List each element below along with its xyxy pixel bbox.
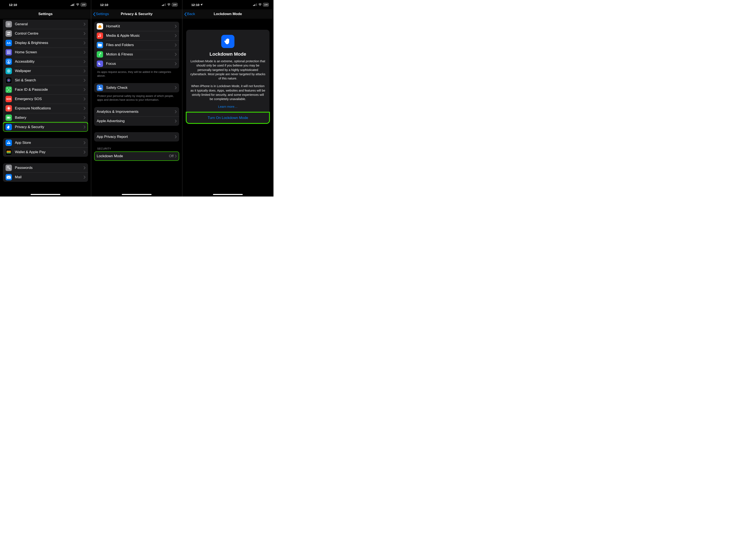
chevron-right-icon <box>175 53 177 56</box>
back-button[interactable]: Back <box>182 12 195 16</box>
row-label: General <box>15 22 84 26</box>
chevron-right-icon <box>175 120 177 123</box>
back-button[interactable]: Settings <box>91 12 109 16</box>
chevron-right-icon <box>84 176 85 179</box>
row-label: Apple Advertising <box>97 119 175 123</box>
row-label: App Privacy Report <box>97 135 175 139</box>
svg-rect-66 <box>256 3 257 6</box>
svg-point-8 <box>9 34 10 35</box>
row-apple-advertising[interactable]: Apple Advertising <box>94 116 179 126</box>
home-indicator[interactable] <box>122 194 152 195</box>
row-label: HomeKit <box>106 24 175 28</box>
row-home-screen[interactable]: Home Screen <box>3 48 88 57</box>
learn-more-link[interactable]: Learn more… <box>218 105 238 108</box>
chevron-right-icon <box>175 155 177 158</box>
row-label: Lockdown Mode <box>97 154 169 158</box>
svg-rect-5 <box>7 32 10 33</box>
chevron-right-icon <box>175 110 177 113</box>
svg-rect-16 <box>8 53 9 54</box>
row-privacy-security[interactable]: Privacy & Security <box>3 122 88 132</box>
chevron-right-icon <box>84 70 85 72</box>
svg-line-42 <box>10 107 10 108</box>
faceid-icon <box>6 87 12 93</box>
svg-point-22 <box>8 72 9 73</box>
chevron-left-icon <box>93 12 95 16</box>
page-title: Lockdown Mode <box>182 12 273 16</box>
row-files-and-folders[interactable]: Files and Folders <box>94 40 179 50</box>
back-label: Back <box>187 12 195 16</box>
svg-point-6 <box>8 33 8 33</box>
row-battery[interactable]: Battery <box>3 113 88 122</box>
nav-header: Back Lockdown Mode <box>182 9 273 19</box>
chevron-right-icon <box>175 25 177 28</box>
chevron-right-icon <box>84 23 85 26</box>
row-siri-search[interactable]: Siri & Search <box>3 76 88 85</box>
svg-rect-10 <box>8 51 9 51</box>
home-icon <box>97 23 103 30</box>
row-mail[interactable]: Mail <box>3 173 88 182</box>
row-app-privacy-report[interactable]: App Privacy Report <box>94 132 179 142</box>
svg-point-32 <box>8 89 8 89</box>
row-analytics-improvements[interactable]: Analytics & Improvements <box>94 107 179 116</box>
row-label: Privacy & Security <box>15 125 84 129</box>
wallet-icon <box>6 149 12 155</box>
svg-point-25 <box>7 70 8 71</box>
status-time: 12:10 <box>9 3 17 7</box>
row-focus[interactable]: Focus <box>94 59 179 68</box>
svg-line-41 <box>7 109 8 110</box>
svg-line-39 <box>7 107 8 108</box>
svg-point-26 <box>9 70 10 71</box>
home-indicator[interactable] <box>213 194 243 195</box>
key-icon <box>6 165 12 171</box>
row-emergency-sos[interactable]: SOSEmergency SOS <box>3 94 88 104</box>
row-general[interactable]: General <box>3 20 88 29</box>
chevron-right-icon <box>175 44 177 47</box>
row-control-centre[interactable]: Control Centre <box>3 29 88 38</box>
row-accessibility[interactable]: Accessibility <box>3 57 88 66</box>
svg-rect-48 <box>7 117 10 118</box>
svg-rect-0 <box>71 5 71 6</box>
row-label: Home Screen <box>15 50 84 54</box>
svg-point-23 <box>7 71 8 71</box>
row-display-brightness[interactable]: AADisplay & Brightness <box>3 38 88 48</box>
chevron-right-icon <box>84 107 85 110</box>
gear-icon <box>6 21 12 27</box>
row-label: Files and Folders <box>106 43 175 47</box>
svg-point-45 <box>7 108 7 109</box>
chevron-right-icon <box>84 51 85 54</box>
settings-content[interactable]: GeneralControl CentreAADisplay & Brightn… <box>0 19 91 197</box>
svg-point-44 <box>9 110 9 110</box>
svg-point-19 <box>8 61 9 62</box>
person-circle-icon <box>6 58 12 65</box>
row-lockdown-mode[interactable]: Lockdown ModeOff <box>94 152 179 161</box>
nav-header: Settings <box>0 9 91 19</box>
status-bar: 12:10 100 <box>182 0 273 9</box>
turn-on-lockdown-button[interactable]: Turn On Lockdown Mode <box>186 112 269 124</box>
lockdown-card: Lockdown Mode Lockdown Mode is an extrem… <box>186 30 269 124</box>
row-media-apple-music[interactable]: Media & Apple Music <box>94 31 179 40</box>
row-motion-fitness[interactable]: Motion & Fitness <box>94 50 179 59</box>
row-label: Motion & Fitness <box>106 52 175 57</box>
svg-point-34 <box>8 107 10 109</box>
svg-rect-3 <box>74 3 75 6</box>
svg-rect-57 <box>163 4 164 6</box>
row-app-store[interactable]: App Store <box>3 138 88 148</box>
row-exposure-notifications[interactable]: Exposure Notifications <box>3 104 88 113</box>
svg-rect-7 <box>7 34 10 35</box>
home-indicator[interactable] <box>31 194 60 195</box>
wifi-icon <box>167 3 171 6</box>
svg-line-40 <box>10 109 10 110</box>
chevron-right-icon <box>175 34 177 37</box>
row-label: Mail <box>15 175 84 179</box>
chevron-right-icon <box>175 135 177 138</box>
svg-point-43 <box>9 106 9 107</box>
status-bar: 12:10 100 <box>91 0 182 9</box>
row-wallet-apple-pay[interactable]: Wallet & Apple Pay <box>3 148 88 157</box>
row-safety-check[interactable]: Safety Check <box>94 83 179 92</box>
row-face-id-passcode[interactable]: Face ID & Passcode <box>3 85 88 94</box>
lockdown-content[interactable]: Lockdown Mode Lockdown Mode is an extrem… <box>182 19 273 197</box>
row-homekit[interactable]: HomeKit <box>94 22 179 31</box>
row-passwords[interactable]: Passwords <box>3 163 88 173</box>
privacy-content[interactable]: HomeKitMedia & Apple MusicFiles and Fold… <box>91 19 182 197</box>
row-wallpaper[interactable]: Wallpaper <box>3 66 88 76</box>
